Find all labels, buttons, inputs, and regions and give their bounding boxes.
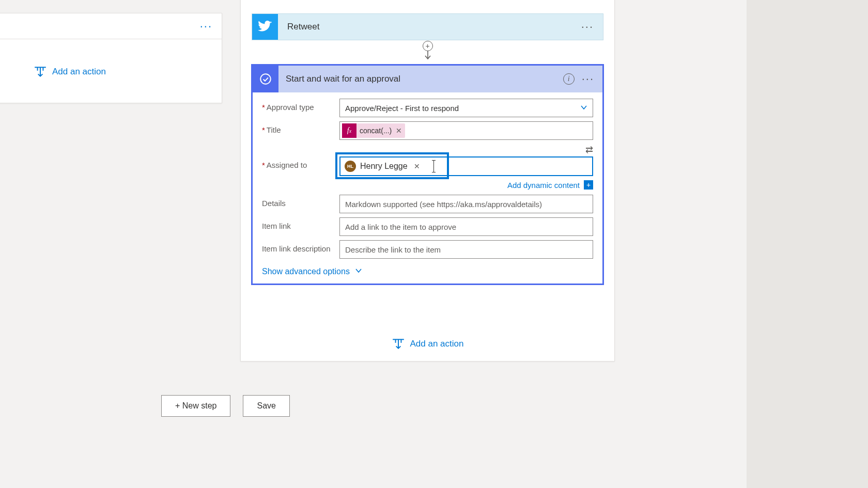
flow-connector: + <box>423 40 433 62</box>
right-panel <box>747 0 868 488</box>
swap-mode-row: ⇄ <box>262 144 593 155</box>
approval-type-select[interactable]: Approve/Reject - First to respond <box>339 99 593 117</box>
main-flow-column: Retweet ··· + Start and wait for an appr… <box>240 0 615 361</box>
expression-label: concat(...) <box>360 127 392 135</box>
label-text: Assigned to <box>267 161 307 169</box>
label-text: Title <box>267 125 281 134</box>
field-label: *Title <box>262 121 339 134</box>
label-text: Approval type <box>267 103 314 112</box>
field-row-title: *Title fx concat(...) ✕ <box>262 121 593 140</box>
field-label: Item link description <box>262 240 339 253</box>
field-label: *Assigned to <box>262 156 339 169</box>
ellipsis-icon[interactable]: ··· <box>582 72 594 86</box>
twitter-icon <box>252 14 278 40</box>
swap-icon[interactable]: ⇄ <box>585 144 593 155</box>
arrow-down-icon <box>424 50 431 62</box>
select-value: Approve/Reject - First to respond <box>345 104 459 113</box>
person-chip[interactable]: HL Henry Legge ✕ <box>343 159 424 174</box>
approval-title: Start and wait for an approval <box>286 74 563 84</box>
field-row-item-link: Item link <box>262 217 593 236</box>
svg-point-0 <box>260 74 271 84</box>
field-label: Details <box>262 195 339 208</box>
bottom-add-action-row: Add an action <box>241 337 614 351</box>
show-advanced-label: Show advanced options <box>262 267 350 276</box>
remove-token-icon[interactable]: ✕ <box>396 127 402 135</box>
add-action-label: Add an action <box>52 67 106 77</box>
ellipsis-icon[interactable]: ··· <box>200 20 212 33</box>
field-row-details: Details <box>262 195 593 213</box>
add-step-plus-icon[interactable]: + <box>423 41 433 51</box>
field-label: *Approval type <box>262 99 339 112</box>
person-name: Henry Legge <box>360 162 408 171</box>
fx-icon: fx <box>342 123 357 138</box>
add-action-button[interactable]: Add an action <box>392 337 464 351</box>
title-input[interactable]: fx concat(...) ✕ <box>339 121 593 140</box>
insert-action-icon <box>34 65 47 78</box>
field-row-assigned-to: *Assigned to HL Henry Legge ✕ <box>262 156 593 176</box>
item-link-input[interactable] <box>339 217 593 236</box>
retweet-title: Retweet <box>287 22 581 32</box>
add-dynamic-content-link[interactable]: Add dynamic content <box>507 181 580 190</box>
footer-toolbar: + New step Save <box>161 395 290 417</box>
expand-dynamic-content-icon[interactable]: + <box>584 180 593 190</box>
left-card-body: Add an action <box>0 39 222 104</box>
chevron-down-icon <box>355 267 362 276</box>
add-action-label: Add an action <box>410 339 464 349</box>
show-advanced-options-link[interactable]: Show advanced options <box>262 267 362 276</box>
save-button[interactable]: Save <box>243 395 289 417</box>
details-input[interactable] <box>339 195 593 213</box>
assigned-to-input[interactable]: HL Henry Legge ✕ <box>339 156 593 176</box>
field-label: Item link <box>262 217 339 230</box>
add-action-button[interactable]: Add an action <box>34 65 106 78</box>
text-cursor-icon <box>433 161 434 172</box>
approval-action-card: Start and wait for an approval i ··· *Ap… <box>251 64 604 285</box>
expression-token[interactable]: fx concat(...) ✕ <box>342 123 405 138</box>
approval-body: *Approval type Approve/Reject - First to… <box>253 92 602 284</box>
approval-header[interactable]: Start and wait for an approval i ··· <box>253 66 602 92</box>
new-step-button[interactable]: + New step <box>161 395 230 417</box>
item-link-description-input[interactable] <box>339 240 593 259</box>
add-dynamic-content-row: Add dynamic content + <box>262 180 593 190</box>
approval-icon <box>253 66 278 92</box>
left-branch-card: ··· Add an action <box>0 13 222 103</box>
avatar: HL <box>345 161 356 172</box>
chevron-down-icon <box>580 104 587 113</box>
retweet-action-card[interactable]: Retweet ··· <box>252 13 603 40</box>
remove-person-icon[interactable]: ✕ <box>412 162 422 170</box>
ellipsis-icon[interactable]: ··· <box>581 20 594 34</box>
left-card-header: ··· <box>0 13 222 39</box>
info-icon[interactable]: i <box>563 73 575 85</box>
field-row-approval-type: *Approval type Approve/Reject - First to… <box>262 99 593 117</box>
insert-action-icon <box>392 337 405 351</box>
field-row-item-link-description: Item link description <box>262 240 593 259</box>
